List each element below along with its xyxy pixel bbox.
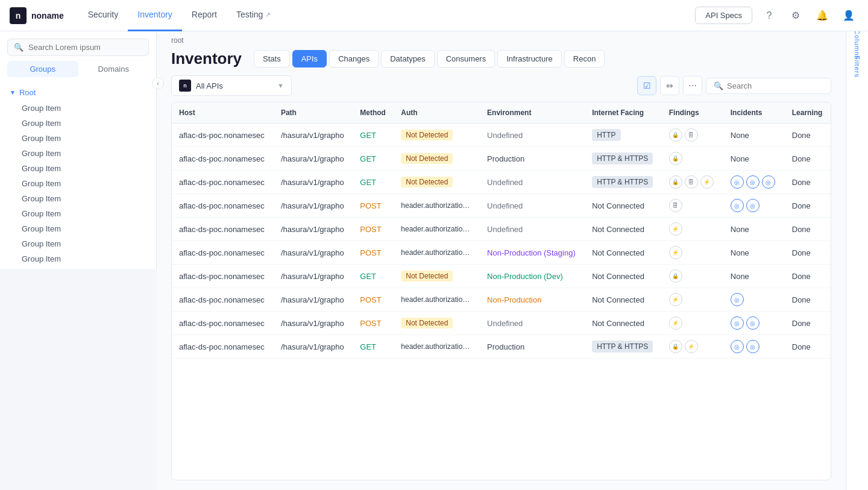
sidebar: 🔍 Groups Domains ▼ Root Group Item Group… <box>0 31 157 269</box>
stack-icon[interactable]: ⚡ <box>669 246 682 259</box>
incident-icon[interactable]: ◎ <box>746 316 760 330</box>
list-item[interactable]: Group Item <box>0 161 156 176</box>
incident-icon[interactable]: ◎ <box>731 340 744 353</box>
cell-internet-facing: HTTP & HTTPS <box>585 147 662 171</box>
list-item[interactable]: Group Item <box>0 206 156 221</box>
cell-incidents: ◎◎◎ <box>723 171 785 194</box>
list-item[interactable]: Group Item <box>0 236 156 251</box>
incident-icon[interactable]: ◎ <box>746 340 760 353</box>
external-link-icon: ↗ <box>265 11 271 19</box>
sidebar-search-box[interactable]: 🔍 <box>7 39 149 56</box>
lock-icon[interactable]: 🔒 <box>669 269 682 283</box>
list-item[interactable]: Group Item <box>0 176 156 191</box>
cell-auth: header.authorization.si <box>394 218 480 241</box>
tree-root-item[interactable]: ▼ Root <box>0 84 156 101</box>
tab-consumers[interactable]: Consumers <box>437 50 495 68</box>
cell-environment: Undefined <box>480 312 585 335</box>
table-search-input[interactable] <box>727 81 823 90</box>
stack-icon[interactable]: ⚡ <box>685 340 698 353</box>
table-row[interactable]: aflac-ds-poc.nonamesec/hasura/v1/graphoG… <box>172 147 831 171</box>
list-item[interactable]: Group Item <box>0 251 156 266</box>
columns-icon[interactable]: Columns <box>849 36 866 53</box>
list-item[interactable]: Group Item <box>0 131 156 146</box>
stack-icon[interactable]: ⚡ <box>669 222 682 236</box>
sidebar-collapse-button[interactable]: ‹ <box>152 77 164 89</box>
list-item[interactable]: Group Item <box>0 146 156 161</box>
more-options-button[interactable]: ⋯ <box>683 76 702 95</box>
expand-button[interactable]: ⇔ <box>660 76 679 95</box>
table-row[interactable]: aflac-ds-poc.nonamesec/hasura/v1/graphoP… <box>172 194 831 218</box>
tab-domains[interactable]: Domains <box>78 61 149 77</box>
table-row[interactable]: aflac-ds-poc.nonamesec/hasura/v1/graphoP… <box>172 241 831 265</box>
list-item[interactable]: Group Item <box>0 191 156 206</box>
table-row[interactable]: aflac-ds-poc.nonamesec/hasura/v1/graphoG… <box>172 265 831 288</box>
list-item[interactable]: Group Item <box>0 116 156 131</box>
incident-icon[interactable]: ◎ <box>731 316 744 330</box>
all-apis-dropdown[interactable]: n All APIs ▼ <box>171 75 292 96</box>
nav-testing[interactable]: Testing ↗ <box>227 0 280 31</box>
col-auth: Auth <box>394 102 480 124</box>
cell-learning: Done <box>785 288 831 312</box>
cell-auth: Not Detected <box>394 171 480 194</box>
filters-icon[interactable]: Filters <box>849 58 866 75</box>
list-item[interactable]: Group Item <box>0 101 156 116</box>
cell-environment: Production <box>480 335 585 359</box>
logo-area: n noname <box>10 7 64 24</box>
table-row[interactable]: aflac-ds-poc.nonamesec/hasura/v1/graphoP… <box>172 288 831 312</box>
cell-path: /hasura/v1/grapho <box>274 335 353 359</box>
table-row[interactable]: aflac-ds-poc.nonamesec/hasura/v1/graphoG… <box>172 124 831 147</box>
list-item[interactable]: Group Item <box>0 221 156 236</box>
table-row[interactable]: aflac-ds-poc.nonamesec/hasura/v1/graphoP… <box>172 312 831 335</box>
help-icon[interactable]: ? <box>760 6 779 25</box>
sidebar-search-input[interactable] <box>28 43 142 52</box>
db-icon[interactable]: 🗄 <box>685 175 698 189</box>
db-icon[interactable]: 🗄 <box>685 128 698 142</box>
tab-stats[interactable]: Stats <box>254 50 290 68</box>
lock-icon[interactable]: 🔒 <box>669 128 682 142</box>
cell-host: aflac-ds-poc.nonamesec <box>172 312 274 335</box>
cell-incidents: None <box>723 265 785 288</box>
stack-icon[interactable]: ⚡ <box>669 316 682 330</box>
cell-method: POST <box>353 241 394 265</box>
lock-icon[interactable]: 🔒 <box>669 152 682 165</box>
incident-icon[interactable]: ◎ <box>731 293 744 306</box>
tab-changes[interactable]: Changes <box>329 50 379 68</box>
stack-icon[interactable]: ⚡ <box>700 175 714 189</box>
api-specs-button[interactable]: API Specs <box>695 7 752 24</box>
incident-icon[interactable]: ◎ <box>731 199 744 212</box>
db-icon[interactable]: 🗄 <box>669 199 682 212</box>
incident-icon[interactable]: ◎ <box>746 199 760 212</box>
cell-internet-facing: Not Connected <box>585 194 662 218</box>
table-row[interactable]: aflac-ds-poc.nonamesec/hasura/v1/graphoG… <box>172 335 831 359</box>
lock-icon[interactable]: 🔒 <box>669 175 682 189</box>
table-header-row: Host Path Method Auth Environment Intern… <box>172 102 831 124</box>
search-bar[interactable]: 🔍 <box>706 78 831 94</box>
incident-icon[interactable]: ◎ <box>746 175 760 189</box>
table-row[interactable]: aflac-ds-poc.nonamesec/hasura/v1/graphoP… <box>172 218 831 241</box>
tab-apis[interactable]: APIs <box>292 50 327 68</box>
select-all-button[interactable]: ☑ <box>637 76 656 95</box>
cell-path: /hasura/v1/grapho <box>274 265 353 288</box>
incident-icon[interactable]: ◎ <box>762 175 775 189</box>
page-tabs: Stats APIs Changes Datatypes Consumers I… <box>254 50 605 68</box>
incident-icon[interactable]: ◎ <box>731 175 744 189</box>
cell-path: /hasura/v1/grapho <box>274 147 353 171</box>
tab-datatypes[interactable]: Datatypes <box>381 50 435 68</box>
sidebar-wrapper: 🔍 Groups Domains ▼ Root Group Item Group… <box>0 31 157 490</box>
cell-path: /hasura/v1/grapho <box>274 124 353 147</box>
nav-report[interactable]: Report <box>182 0 227 31</box>
tab-recon[interactable]: Recon <box>564 50 605 68</box>
stack-icon[interactable]: ⚡ <box>669 293 682 306</box>
cell-findings: ⚡ <box>662 241 723 265</box>
notifications-icon[interactable]: 🔔 <box>813 6 832 25</box>
table-row[interactable]: aflac-ds-poc.nonamesec/hasura/v1/graphoG… <box>172 171 831 194</box>
lock-icon[interactable]: 🔒 <box>669 340 682 353</box>
nav-security[interactable]: Security <box>78 0 128 31</box>
cell-auth: Not Detected <box>394 147 480 171</box>
nav-inventory[interactable]: Inventory <box>128 0 182 31</box>
cell-learning: Done <box>785 124 831 147</box>
tab-infrastructure[interactable]: Infrastructure <box>497 50 562 68</box>
tab-groups[interactable]: Groups <box>7 61 78 77</box>
user-icon[interactable]: 👤 <box>839 6 858 25</box>
settings-icon[interactable]: ⚙ <box>786 6 805 25</box>
